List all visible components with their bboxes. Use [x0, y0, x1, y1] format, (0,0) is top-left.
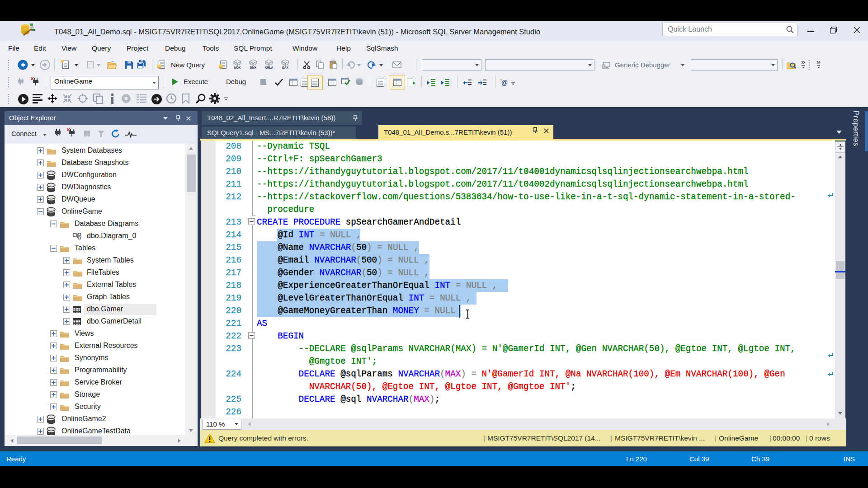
- svg-text:MDX: MDX: [234, 66, 241, 69]
- svg-text:XMLA: XMLA: [265, 66, 274, 69]
- svg-text:DAX: DAX: [282, 66, 288, 69]
- svg-text:DMX: DMX: [250, 66, 257, 69]
- svg-text:@: @: [501, 79, 508, 86]
